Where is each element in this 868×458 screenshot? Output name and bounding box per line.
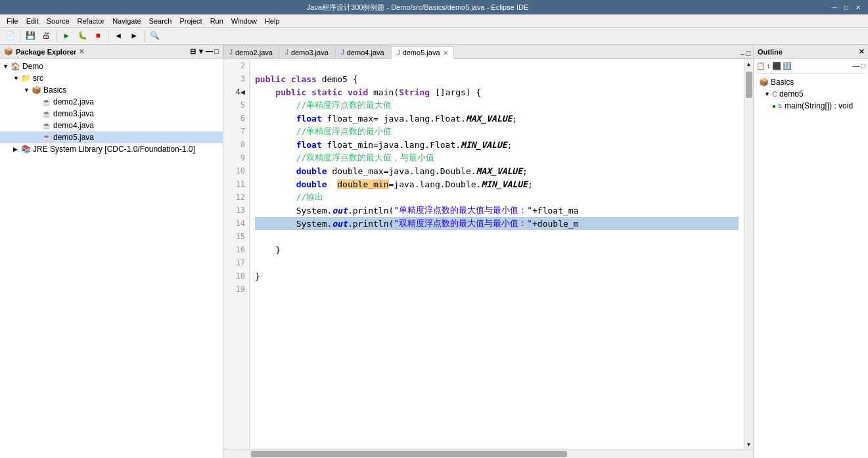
vscroll-down[interactable]: ▼: [744, 440, 753, 449]
field-max-value-10: MAX_VALUE: [476, 166, 522, 176]
code-line-19: [255, 283, 739, 296]
outline-title: Outline: [758, 48, 783, 56]
ln-10: 10: [223, 164, 245, 177]
demo2-label: demo2.java: [53, 97, 94, 106]
tree-item-basics[interactable]: ▼ 📦 Basics: [0, 84, 223, 96]
outline-tb-1[interactable]: 📋: [756, 62, 765, 70]
expand-jre: ▶: [13, 146, 21, 152]
tab-demo5-close[interactable]: ✕: [443, 49, 448, 57]
run-button[interactable]: ▶: [59, 29, 74, 43]
debug-button[interactable]: 🐛: [75, 29, 89, 43]
kw-public-3: public: [255, 74, 291, 84]
vertical-scrollbar[interactable]: ▲ ▼: [744, 59, 753, 449]
tab-demo5-icon: J: [397, 49, 400, 57]
tab-demo4[interactable]: J demo4.java: [335, 45, 390, 58]
outline-tb-4[interactable]: 🔢: [783, 62, 792, 70]
menu-edit[interactable]: Edit: [22, 14, 43, 28]
pe-tree: ▼ 🏠 Demo ▼ 📁 src ▼ 📦 Basics ☕ demo2.java: [0, 59, 223, 458]
minimize-button[interactable]: ─: [830, 3, 839, 12]
package-explorer-panel: 📦 Package Explorer ✕ ⊟ ▼ — □ ▼ 🏠 Demo ▼ …: [0, 45, 223, 458]
editor-min-btn[interactable]: —: [741, 50, 745, 58]
tree-item-demo2[interactable]: ☕ demo2.java: [0, 96, 223, 108]
var-double-min-pre: [332, 179, 337, 189]
demo3-label: demo3.java: [53, 109, 94, 118]
menu-navigate[interactable]: Navigate: [108, 14, 145, 28]
menu-search[interactable]: Search: [145, 14, 176, 28]
code-content[interactable]: public class demo5 { public static void …: [250, 59, 744, 449]
args: []args) {: [435, 87, 481, 97]
code-line-4: public static void main( String []args) …: [255, 85, 739, 99]
tree-item-jre[interactable]: ▶ 📚 JRE System Library [CDC-1.0/Foundati…: [0, 143, 223, 155]
outline-demo5-class-label: demo5: [779, 89, 804, 99]
out-13: out: [332, 206, 347, 216]
menu-help[interactable]: Help: [261, 14, 284, 28]
maximize-button[interactable]: □: [842, 3, 851, 12]
kw-double-10: double: [296, 166, 332, 176]
tb-sep-4: [144, 30, 145, 42]
jre-label: JRE System Library [CDC-1.0/Foundation-1…: [33, 145, 195, 154]
pe-max-btn[interactable]: □: [214, 47, 219, 56]
pe-menu-btn[interactable]: ▼: [197, 47, 204, 56]
tab-demo2-label: demo2.java: [235, 49, 273, 57]
tab-bar: J demo2.java J demo3.java J demo4.java J…: [223, 45, 753, 59]
tree-item-src[interactable]: ▼ 📁 src: [0, 72, 223, 84]
pe-close-icon[interactable]: ✕: [79, 48, 84, 55]
outline-main-method[interactable]: ● S main(String[]) : void: [756, 100, 865, 112]
ln-5: 5: [223, 99, 245, 112]
code-line-15: [255, 230, 739, 243]
vscroll-up[interactable]: ▲: [744, 59, 753, 68]
ln-15: 15: [223, 230, 245, 243]
outline-tb-3[interactable]: ⬛: [772, 62, 781, 70]
tab-demo4-label: demo4.java: [347, 49, 384, 57]
code-line-2: [255, 59, 739, 72]
search-button[interactable]: 🔍: [147, 29, 162, 43]
tab-demo2[interactable]: J demo2.java: [223, 45, 279, 58]
hscroll-thumb[interactable]: [251, 451, 567, 457]
vscroll-thumb[interactable]: [746, 72, 752, 98]
editor-controls: — □: [738, 50, 753, 58]
indent-6: [255, 114, 296, 124]
tree-item-demo4[interactable]: ☕ demo4.java: [0, 120, 223, 131]
back-button[interactable]: ◀: [111, 29, 126, 43]
menu-file[interactable]: File: [3, 14, 22, 28]
editor-max-btn[interactable]: □: [746, 50, 750, 58]
outline-demo5-class[interactable]: ▼ C demo5: [756, 88, 865, 100]
menu-bar: File Edit Source Refactor Navigate Searc…: [0, 14, 868, 28]
indent-10: [255, 166, 296, 176]
pe-min-btn[interactable]: —: [206, 47, 213, 56]
comment-9: //双精度浮点数的最大值，与最小值: [296, 152, 435, 164]
menu-run[interactable]: Run: [206, 14, 227, 28]
outline-max-btn[interactable]: □: [861, 62, 865, 70]
semi-11: ;: [528, 179, 533, 189]
pe-collapse-btn[interactable]: ⊟: [190, 47, 196, 56]
expand-demo: ▼: [3, 63, 11, 70]
save-button[interactable]: 💾: [23, 29, 37, 43]
outline-tb-2[interactable]: ↕: [767, 62, 771, 70]
main-area: 📦 Package Explorer ✕ ⊟ ▼ — □ ▼ 🏠 Demo ▼ …: [0, 45, 868, 458]
outline-min-btn[interactable]: —: [852, 62, 859, 70]
tree-item-demo5[interactable]: ☕ demo5.java: [0, 131, 223, 143]
outline-close[interactable]: ✕: [859, 48, 864, 55]
close-button[interactable]: ✕: [854, 3, 863, 12]
expand-basics: ▼: [24, 87, 32, 93]
toolbar: 📄 💾 🖨 ▶ 🐛 ■ ◀ ▶ 🔍: [0, 28, 868, 45]
horizontal-scrollbar[interactable]: [223, 449, 753, 458]
ln-4: 4◀: [223, 85, 245, 99]
print-button[interactable]: 🖨: [39, 29, 53, 43]
new-button[interactable]: 📄: [3, 29, 17, 43]
forward-button[interactable]: ▶: [127, 29, 141, 43]
menu-window[interactable]: Window: [227, 14, 261, 28]
tab-demo5[interactable]: J demo5.java ✕: [391, 46, 454, 59]
stop-button[interactable]: ■: [91, 29, 105, 43]
tree-item-demo[interactable]: ▼ 🏠 Demo: [0, 60, 223, 72]
menu-refactor[interactable]: Refactor: [74, 14, 109, 28]
semi-6: ;: [512, 114, 517, 124]
tab-demo3[interactable]: J demo3.java: [279, 45, 334, 58]
menu-source[interactable]: Source: [43, 14, 74, 28]
outline-basics[interactable]: 📦 Basics: [756, 76, 865, 88]
menu-project[interactable]: Project: [175, 14, 206, 28]
tree-item-demo3[interactable]: ☕ demo3.java: [0, 108, 223, 120]
indent-13: [255, 206, 296, 216]
println-13: .println(: [348, 206, 394, 216]
code-line-5: //单精度浮点数的最大值: [255, 99, 739, 112]
